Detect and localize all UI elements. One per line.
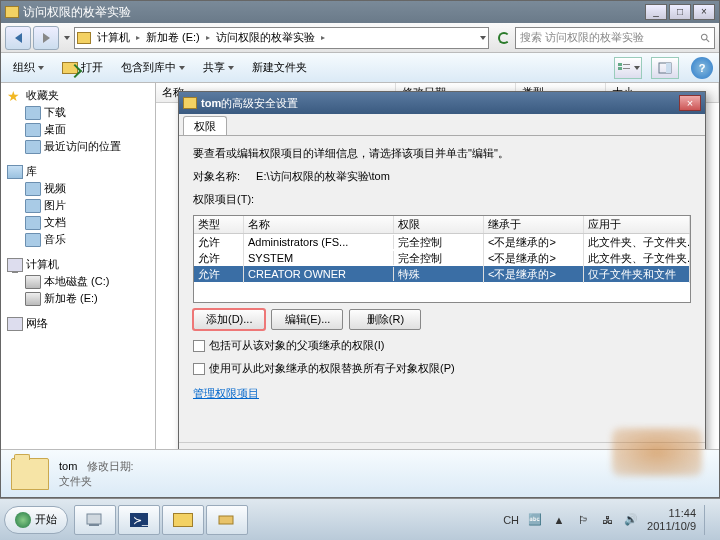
system-tray[interactable]: CH 🔤 ▲ 🏳 🖧 🔊 11:44 2011/10/9	[503, 505, 716, 535]
star-icon: ★	[7, 89, 23, 103]
manage-permissions-link[interactable]: 管理权限项目	[193, 386, 691, 401]
help-button[interactable]: ?	[691, 57, 713, 79]
tray-arrow-icon[interactable]: ▲	[551, 512, 567, 528]
details-date-label: 修改日期:	[87, 460, 134, 472]
search-input[interactable]: 搜索 访问权限的枚举实验 ⚲	[515, 27, 715, 49]
include-inherit-checkbox[interactable]: 包括可从该对象的父项继承的权限(I)	[193, 338, 691, 353]
tree-computer[interactable]: 计算机	[3, 256, 153, 273]
svg-rect-10	[219, 516, 233, 524]
history-dropdown-icon[interactable]	[64, 36, 70, 40]
share-menu[interactable]: 共享	[197, 58, 240, 77]
ime-mode-icon[interactable]: 🔤	[527, 512, 543, 528]
body: ★收藏夹 下载 桌面 最近访问的位置 库 视频 图片 文档 音乐 计算机 本地磁…	[1, 83, 719, 449]
desktop-icon	[25, 123, 41, 137]
tree-item[interactable]: 音乐	[3, 231, 153, 248]
svg-rect-6	[87, 514, 101, 524]
advanced-security-dialog: tom 的高级安全设置 × 权限 要查看或编辑权限项目的详细信息，请选择该项目并…	[178, 91, 706, 449]
action-center-icon[interactable]: 🏳	[575, 512, 591, 528]
tree-item[interactable]: 新加卷 (E:)	[3, 290, 153, 307]
breadcrumb-segment[interactable]: 计算机	[93, 29, 134, 47]
tree-item[interactable]: 下载	[3, 104, 153, 121]
refresh-button[interactable]	[493, 27, 515, 49]
clock[interactable]: 11:44 2011/10/9	[647, 507, 696, 533]
dialog-close-button[interactable]: ×	[679, 95, 701, 111]
checkbox-icon[interactable]	[193, 363, 205, 375]
svg-rect-3	[623, 68, 630, 69]
disk-icon	[25, 275, 41, 289]
chevron-down-icon[interactable]	[480, 36, 486, 40]
taskbar[interactable]: 开始 ≻_ CH 🔤 ▲ 🏳 🖧 🔊 11:44 2011/10/9	[0, 498, 720, 540]
breadcrumb-segment[interactable]: 访问权限的枚举实验	[212, 29, 319, 47]
nav-tree[interactable]: ★收藏夹 下载 桌面 最近访问的位置 库 视频 图片 文档 音乐 计算机 本地磁…	[1, 83, 156, 449]
perm-row[interactable]: 允许SYSTEM完全控制<不是继承的>此文件夹、子文件夹...	[194, 250, 690, 266]
taskbar-explorer[interactable]	[74, 505, 116, 535]
tree-item[interactable]: 文档	[3, 214, 153, 231]
instruction-text: 要查看或编辑权限项目的详细信息，请选择该项目并单击"编辑"。	[193, 146, 691, 161]
dialog-tabs: 权限	[179, 114, 705, 136]
perm-row-selected[interactable]: 允许CREATOR OWNER特殊<不是继承的>仅子文件夹和文件	[194, 266, 690, 282]
forward-button[interactable]	[33, 26, 59, 50]
folder-large-icon	[11, 458, 49, 490]
svg-rect-1	[618, 67, 622, 70]
search-icon: ⚲	[697, 29, 713, 45]
perm-header[interactable]: 类型 名称 权限 继承于 应用于	[194, 216, 690, 234]
start-button[interactable]: 开始	[4, 506, 68, 534]
checkbox-icon[interactable]	[193, 340, 205, 352]
tab-permissions[interactable]: 权限	[183, 116, 227, 135]
show-desktop-button[interactable]	[704, 505, 712, 535]
remove-button[interactable]: 删除(R)	[349, 309, 421, 330]
include-menu[interactable]: 包含到库中	[115, 58, 191, 77]
tree-libraries[interactable]: 库	[3, 163, 153, 180]
recent-icon	[25, 140, 41, 154]
computer-icon	[7, 258, 23, 272]
open-button[interactable]: 打开	[56, 58, 109, 77]
new-folder-button[interactable]: 新建文件夹	[246, 58, 313, 77]
folder-icon	[77, 32, 91, 44]
minimize-button[interactable]: _	[645, 4, 667, 20]
back-button[interactable]	[5, 26, 31, 50]
breadcrumb-segment[interactable]: 新加卷 (E:)	[142, 29, 204, 47]
maximize-button[interactable]: □	[669, 4, 691, 20]
folder-icon	[5, 6, 19, 18]
libraries-icon	[7, 165, 23, 179]
permission-list[interactable]: 类型 名称 权限 继承于 应用于 允许Administrators (FS...…	[193, 215, 691, 303]
ime-indicator[interactable]: CH	[503, 514, 519, 526]
dialog-titlebar[interactable]: tom 的高级安全设置 ×	[179, 92, 705, 114]
file-list[interactable]: 名称 修改日期 类型 大小 tom 的高级安全设置 × 权限 要查看或编	[156, 83, 719, 449]
powershell-icon: ≻_	[129, 512, 149, 528]
add-button[interactable]: 添加(D)...	[193, 309, 265, 330]
document-icon	[25, 216, 41, 230]
edit-button[interactable]: 编辑(E)...	[271, 309, 343, 330]
tree-item[interactable]: 最近访问的位置	[3, 138, 153, 155]
objname-value: E:\访问权限的枚举实验\tom	[256, 169, 390, 184]
tree-item[interactable]: 桌面	[3, 121, 153, 138]
svg-rect-5	[666, 63, 671, 73]
tree-item[interactable]: 图片	[3, 197, 153, 214]
volume-icon[interactable]: 🔊	[623, 512, 639, 528]
folder-icon	[183, 97, 197, 109]
replace-child-checkbox[interactable]: 使用可从此对象继承的权限替换所有子对象权限(P)	[193, 361, 691, 376]
preview-pane-button[interactable]	[651, 57, 679, 79]
windows-orb-icon	[15, 512, 31, 528]
perm-list-label: 权限项目(T):	[193, 192, 691, 207]
arrow-right-icon	[43, 33, 50, 43]
perm-row[interactable]: 允许Administrators (FS...完全控制<不是继承的>此文件夹、子…	[194, 234, 690, 250]
tree-item[interactable]: 本地磁盘 (C:)	[3, 273, 153, 290]
breadcrumb[interactable]: 计算机▸ 新加卷 (E:)▸ 访问权限的枚举实验▸	[74, 27, 489, 49]
close-button[interactable]: ×	[693, 4, 715, 20]
network-tray-icon[interactable]: 🖧	[599, 512, 615, 528]
music-icon	[25, 233, 41, 247]
taskbar-app[interactable]	[206, 505, 248, 535]
organize-menu[interactable]: 组织	[7, 58, 50, 77]
taskbar-folder[interactable]	[162, 505, 204, 535]
titlebar[interactable]: 访问权限的枚举实验 _ □ ×	[1, 1, 719, 23]
network-icon	[7, 317, 23, 331]
refresh-icon	[498, 32, 510, 44]
tree-item[interactable]: 视频	[3, 180, 153, 197]
taskbar-powershell[interactable]: ≻_	[118, 505, 160, 535]
svg-rect-2	[623, 64, 630, 65]
tree-favorites[interactable]: ★收藏夹	[3, 87, 153, 104]
tree-network[interactable]: 网络	[3, 315, 153, 332]
view-mode-button[interactable]	[614, 57, 642, 79]
search-placeholder: 搜索 访问权限的枚举实验	[520, 30, 644, 45]
